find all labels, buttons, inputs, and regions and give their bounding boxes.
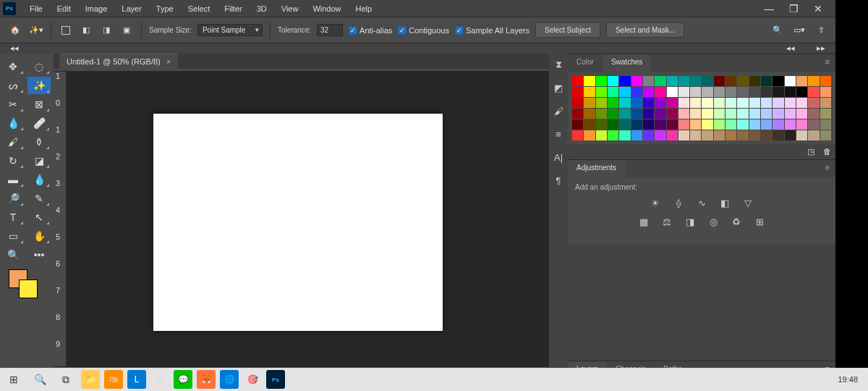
- move-tool[interactable]: ✥: [1, 58, 25, 75]
- swatches-tab[interactable]: Swatches: [603, 54, 651, 72]
- swatch[interactable]: [749, 109, 760, 119]
- minimize-icon[interactable]: —: [763, 3, 775, 14]
- swatch[interactable]: [572, 109, 583, 119]
- swatch[interactable]: [726, 76, 736, 86]
- swatch[interactable]: [596, 76, 607, 86]
- app-logo[interactable]: Ps: [3, 2, 16, 15]
- swatch[interactable]: [726, 130, 736, 140]
- chrome-app-icon[interactable]: 🎯: [243, 370, 262, 389]
- channel-mixer-icon[interactable]: ♻: [730, 216, 743, 227]
- menu-3d[interactable]: 3D: [250, 2, 273, 15]
- select-subject-button[interactable]: Select Subject: [535, 22, 600, 38]
- swatch[interactable]: [608, 98, 618, 108]
- swatch[interactable]: [678, 98, 689, 108]
- swatch[interactable]: [808, 130, 819, 140]
- gradient-tool[interactable]: ▬: [1, 171, 25, 188]
- adjustments-tab[interactable]: Adjustments: [568, 160, 625, 177]
- options-panel-icon[interactable]: ≡: [552, 127, 565, 140]
- swatch[interactable]: [785, 119, 796, 130]
- swatch[interactable]: [655, 130, 665, 140]
- swatch[interactable]: [796, 87, 807, 97]
- eraser-tool[interactable]: ◪: [27, 152, 51, 169]
- menu-help[interactable]: Help: [349, 2, 379, 15]
- brush-tool[interactable]: 🖌: [1, 133, 25, 151]
- firefox-app-icon[interactable]: 🦊: [197, 370, 216, 389]
- swatch[interactable]: [702, 76, 712, 86]
- share-icon[interactable]: ⇪: [814, 23, 828, 38]
- close-icon[interactable]: ✕: [812, 3, 824, 14]
- search-button[interactable]: 🔍: [29, 369, 51, 390]
- document-tab[interactable]: Untitled-1 @ 50% (RGB/8) ×: [59, 54, 178, 69]
- subtract-selection-icon[interactable]: ◨: [99, 23, 114, 38]
- swatch[interactable]: [619, 98, 630, 108]
- edit-toolbar[interactable]: •••: [27, 246, 51, 264]
- brightness-icon[interactable]: ☀: [649, 197, 662, 209]
- zoom-tool[interactable]: 🔍: [1, 246, 25, 264]
- swatch[interactable]: [608, 87, 618, 97]
- swatch[interactable]: [737, 76, 748, 86]
- swatch[interactable]: [808, 98, 819, 108]
- swatch[interactable]: [678, 130, 689, 140]
- swatch[interactable]: [726, 119, 736, 130]
- swatch[interactable]: [643, 98, 654, 108]
- color-tab[interactable]: Color: [568, 54, 603, 72]
- frame-tool[interactable]: ⊠: [27, 96, 51, 113]
- swatch[interactable]: [761, 109, 772, 119]
- swatch[interactable]: [820, 119, 831, 130]
- menu-file[interactable]: File: [23, 2, 49, 15]
- canvas[interactable]: [153, 114, 443, 331]
- swatch[interactable]: [667, 130, 678, 140]
- swatch[interactable]: [702, 130, 712, 140]
- menu-select[interactable]: Select: [182, 2, 217, 15]
- sample-all-checkbox[interactable]: ✓Sample All Layers: [455, 26, 529, 35]
- swatch[interactable]: [631, 130, 642, 140]
- photoshop-app-icon[interactable]: Ps: [266, 370, 285, 389]
- collapse-left-icon[interactable]: ◂◂: [10, 43, 19, 54]
- swatch[interactable]: [690, 130, 701, 140]
- swatch[interactable]: [584, 130, 595, 140]
- swatch[interactable]: [785, 87, 796, 97]
- color-balance-icon[interactable]: ⚖: [660, 216, 673, 227]
- menu-type[interactable]: Type: [150, 2, 180, 15]
- new-selection-icon[interactable]: [59, 23, 73, 38]
- swatch[interactable]: [714, 98, 725, 108]
- swatch[interactable]: [761, 119, 772, 130]
- swatch[interactable]: [737, 98, 748, 108]
- swatch[interactable]: [796, 98, 807, 108]
- swatch[interactable]: [714, 87, 725, 97]
- swatch[interactable]: [678, 87, 689, 97]
- swatch[interactable]: [773, 130, 783, 140]
- swatch[interactable]: [749, 87, 760, 97]
- pen-tool[interactable]: ✎: [27, 190, 51, 207]
- swatch[interactable]: [608, 76, 618, 86]
- swatch[interactable]: [584, 87, 595, 97]
- magic-wand-tool[interactable]: ✨: [27, 77, 51, 94]
- marquee-tool[interactable]: ◌: [27, 58, 51, 75]
- swatch[interactable]: [726, 98, 736, 108]
- swatch[interactable]: [737, 119, 748, 130]
- swatch[interactable]: [655, 87, 665, 97]
- current-tool-icon[interactable]: ✨▾: [29, 23, 43, 38]
- swatch[interactable]: [584, 119, 595, 130]
- swatch[interactable]: [643, 109, 654, 119]
- photo-filter-icon[interactable]: ◎: [707, 216, 720, 227]
- menu-layer[interactable]: Layer: [115, 2, 148, 15]
- menu-image[interactable]: Image: [79, 2, 114, 15]
- swatch[interactable]: [678, 119, 689, 130]
- swatch[interactable]: [619, 87, 630, 97]
- swatch[interactable]: [808, 119, 819, 130]
- character-panel-icon[interactable]: A|: [552, 151, 565, 164]
- swatch[interactable]: [796, 76, 807, 86]
- swatch[interactable]: [749, 119, 760, 130]
- home-icon[interactable]: 🏠: [7, 22, 23, 38]
- swatch[interactable]: [667, 76, 678, 86]
- swatch[interactable]: [820, 76, 831, 86]
- swatch[interactable]: [690, 119, 701, 130]
- swatch[interactable]: [796, 109, 807, 119]
- edge-app-icon[interactable]: 🌐: [220, 370, 239, 389]
- color-lookup-icon[interactable]: ⊞: [753, 216, 766, 227]
- swatch[interactable]: [619, 130, 630, 140]
- settings-app-icon[interactable]: ⚙: [150, 370, 169, 389]
- swatch[interactable]: [584, 98, 595, 108]
- delete-swatch-icon[interactable]: 🗑: [823, 147, 831, 156]
